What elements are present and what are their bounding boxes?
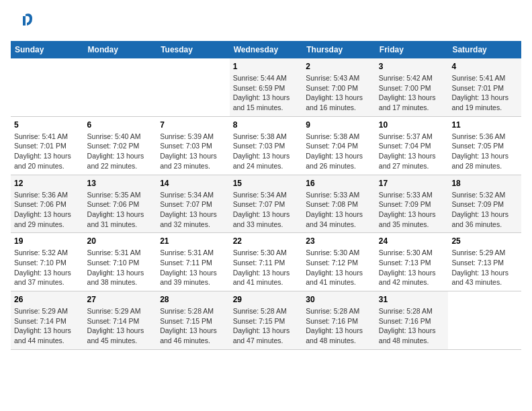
day-number: 13	[87, 179, 154, 188]
day-info: Sunrise: 5:33 AM Sunset: 7:09 PM Dayligh…	[379, 190, 445, 230]
day-number: 18	[451, 179, 518, 188]
day-number: 7	[160, 120, 226, 130]
day-info: Sunrise: 5:40 AM Sunset: 7:02 PM Dayligh…	[87, 132, 154, 171]
weekday-header-thursday: Thursday	[302, 41, 375, 58]
week-row-3: 12Sunrise: 5:36 AM Sunset: 7:06 PM Dayli…	[11, 175, 521, 233]
day-info: Sunrise: 5:30 AM Sunset: 7:12 PM Dayligh…	[306, 248, 372, 287]
day-number: 9	[306, 120, 372, 130]
calendar-cell: 18Sunrise: 5:32 AM Sunset: 7:09 PM Dayli…	[448, 175, 521, 233]
calendar-cell: 4Sunrise: 5:41 AM Sunset: 7:01 PM Daylig…	[448, 58, 521, 116]
day-info: Sunrise: 5:33 AM Sunset: 7:08 PM Dayligh…	[306, 190, 372, 230]
day-number: 1	[233, 62, 300, 71]
day-info: Sunrise: 5:30 AM Sunset: 7:11 PM Dayligh…	[233, 248, 300, 287]
calendar-cell: 6Sunrise: 5:40 AM Sunset: 7:02 PM Daylig…	[84, 116, 157, 175]
calendar-cell: 10Sunrise: 5:37 AM Sunset: 7:04 PM Dayli…	[375, 116, 449, 175]
day-info: Sunrise: 5:37 AM Sunset: 7:04 PM Dayligh…	[379, 132, 445, 171]
calendar-cell: 8Sunrise: 5:38 AM Sunset: 7:03 PM Daylig…	[230, 116, 303, 175]
calendar-cell: 7Sunrise: 5:39 AM Sunset: 7:03 PM Daylig…	[157, 116, 230, 175]
day-number: 12	[14, 179, 81, 188]
calendar-cell	[448, 291, 521, 350]
day-info: Sunrise: 5:32 AM Sunset: 7:09 PM Dayligh…	[451, 190, 518, 230]
day-info: Sunrise: 5:39 AM Sunset: 7:03 PM Dayligh…	[160, 132, 226, 171]
calendar-cell: 25Sunrise: 5:29 AM Sunset: 7:13 PM Dayli…	[448, 233, 521, 291]
day-info: Sunrise: 5:29 AM Sunset: 7:13 PM Dayligh…	[451, 248, 518, 287]
day-number: 2	[306, 62, 372, 71]
calendar-cell: 24Sunrise: 5:30 AM Sunset: 7:13 PM Dayli…	[375, 233, 449, 291]
day-number: 11	[451, 120, 518, 130]
calendar-cell: 29Sunrise: 5:28 AM Sunset: 7:15 PM Dayli…	[230, 291, 303, 350]
calendar-cell: 11Sunrise: 5:36 AM Sunset: 7:05 PM Dayli…	[448, 116, 521, 175]
logo-icon	[13, 11, 34, 31]
weekday-header-friday: Friday	[375, 41, 449, 58]
day-number: 22	[233, 236, 300, 246]
day-info: Sunrise: 5:31 AM Sunset: 7:10 PM Dayligh…	[87, 248, 154, 287]
logo	[11, 11, 35, 34]
calendar-cell: 5Sunrise: 5:41 AM Sunset: 7:01 PM Daylig…	[11, 116, 84, 175]
day-info: Sunrise: 5:43 AM Sunset: 7:00 PM Dayligh…	[306, 73, 372, 113]
calendar-cell: 14Sunrise: 5:34 AM Sunset: 7:07 PM Dayli…	[157, 175, 230, 233]
day-info: Sunrise: 5:29 AM Sunset: 7:14 PM Dayligh…	[14, 306, 81, 346]
calendar-cell: 19Sunrise: 5:32 AM Sunset: 7:10 PM Dayli…	[11, 233, 84, 291]
weekday-header-sunday: Sunday	[11, 41, 84, 58]
day-info: Sunrise: 5:31 AM Sunset: 7:11 PM Dayligh…	[160, 248, 226, 287]
calendar-cell: 2Sunrise: 5:43 AM Sunset: 7:00 PM Daylig…	[302, 58, 375, 116]
week-row-4: 19Sunrise: 5:32 AM Sunset: 7:10 PM Dayli…	[11, 233, 521, 291]
calendar-cell: 23Sunrise: 5:30 AM Sunset: 7:12 PM Dayli…	[302, 233, 375, 291]
day-info: Sunrise: 5:41 AM Sunset: 7:01 PM Dayligh…	[14, 132, 81, 171]
calendar-table: SundayMondayTuesdayWednesdayThursdayFrid…	[11, 41, 521, 350]
calendar-cell: 31Sunrise: 5:28 AM Sunset: 7:16 PM Dayli…	[375, 291, 449, 350]
day-info: Sunrise: 5:44 AM Sunset: 6:59 PM Dayligh…	[233, 73, 300, 113]
day-number: 15	[233, 179, 300, 188]
day-number: 25	[451, 236, 518, 246]
day-info: Sunrise: 5:29 AM Sunset: 7:14 PM Dayligh…	[87, 306, 154, 346]
day-number: 10	[379, 120, 445, 130]
calendar-cell: 28Sunrise: 5:28 AM Sunset: 7:15 PM Dayli…	[157, 291, 230, 350]
day-number: 31	[379, 295, 445, 304]
calendar-cell: 12Sunrise: 5:36 AM Sunset: 7:06 PM Dayli…	[11, 175, 84, 233]
day-info: Sunrise: 5:41 AM Sunset: 7:01 PM Dayligh…	[451, 73, 518, 113]
calendar-cell: 15Sunrise: 5:34 AM Sunset: 7:07 PM Dayli…	[230, 175, 303, 233]
day-number: 30	[306, 295, 372, 304]
day-info: Sunrise: 5:28 AM Sunset: 7:16 PM Dayligh…	[379, 306, 445, 346]
calendar-cell: 9Sunrise: 5:38 AM Sunset: 7:04 PM Daylig…	[302, 116, 375, 175]
day-info: Sunrise: 5:34 AM Sunset: 7:07 PM Dayligh…	[233, 190, 300, 230]
day-info: Sunrise: 5:28 AM Sunset: 7:16 PM Dayligh…	[306, 306, 372, 346]
calendar-cell: 27Sunrise: 5:29 AM Sunset: 7:14 PM Dayli…	[84, 291, 157, 350]
week-row-1: 1Sunrise: 5:44 AM Sunset: 6:59 PM Daylig…	[11, 58, 521, 116]
calendar-cell: 22Sunrise: 5:30 AM Sunset: 7:11 PM Dayli…	[230, 233, 303, 291]
day-info: Sunrise: 5:36 AM Sunset: 7:06 PM Dayligh…	[14, 190, 81, 230]
day-number: 29	[233, 295, 300, 304]
calendar-cell: 26Sunrise: 5:29 AM Sunset: 7:14 PM Dayli…	[11, 291, 84, 350]
day-info: Sunrise: 5:28 AM Sunset: 7:15 PM Dayligh…	[160, 306, 226, 346]
calendar-cell: 1Sunrise: 5:44 AM Sunset: 6:59 PM Daylig…	[230, 58, 303, 116]
day-info: Sunrise: 5:28 AM Sunset: 7:15 PM Dayligh…	[233, 306, 300, 346]
day-number: 28	[160, 295, 226, 304]
calendar-cell: 16Sunrise: 5:33 AM Sunset: 7:08 PM Dayli…	[302, 175, 375, 233]
day-number: 20	[87, 236, 154, 246]
day-info: Sunrise: 5:36 AM Sunset: 7:05 PM Dayligh…	[451, 132, 518, 171]
day-info: Sunrise: 5:30 AM Sunset: 7:13 PM Dayligh…	[379, 248, 445, 287]
day-number: 4	[451, 62, 518, 71]
week-row-2: 5Sunrise: 5:41 AM Sunset: 7:01 PM Daylig…	[11, 116, 521, 175]
day-number: 23	[306, 236, 372, 246]
calendar-cell: 17Sunrise: 5:33 AM Sunset: 7:09 PM Dayli…	[375, 175, 449, 233]
weekday-header-tuesday: Tuesday	[157, 41, 230, 58]
day-info: Sunrise: 5:38 AM Sunset: 7:03 PM Dayligh…	[233, 132, 300, 171]
day-number: 5	[14, 120, 81, 130]
day-info: Sunrise: 5:38 AM Sunset: 7:04 PM Dayligh…	[306, 132, 372, 171]
day-number: 8	[233, 120, 300, 130]
calendar-cell	[84, 58, 157, 116]
day-number: 19	[14, 236, 81, 246]
calendar-cell: 13Sunrise: 5:35 AM Sunset: 7:06 PM Dayli…	[84, 175, 157, 233]
day-number: 24	[379, 236, 445, 246]
day-info: Sunrise: 5:34 AM Sunset: 7:07 PM Dayligh…	[160, 190, 226, 230]
day-number: 26	[14, 295, 81, 304]
day-info: Sunrise: 5:35 AM Sunset: 7:06 PM Dayligh…	[87, 190, 154, 230]
calendar-cell: 20Sunrise: 5:31 AM Sunset: 7:10 PM Dayli…	[84, 233, 157, 291]
week-row-5: 26Sunrise: 5:29 AM Sunset: 7:14 PM Dayli…	[11, 291, 521, 350]
header	[11, 11, 521, 34]
day-info: Sunrise: 5:42 AM Sunset: 7:00 PM Dayligh…	[379, 73, 445, 113]
calendar-cell: 3Sunrise: 5:42 AM Sunset: 7:00 PM Daylig…	[375, 58, 449, 116]
weekday-header-saturday: Saturday	[448, 41, 521, 58]
calendar-cell	[11, 58, 84, 116]
